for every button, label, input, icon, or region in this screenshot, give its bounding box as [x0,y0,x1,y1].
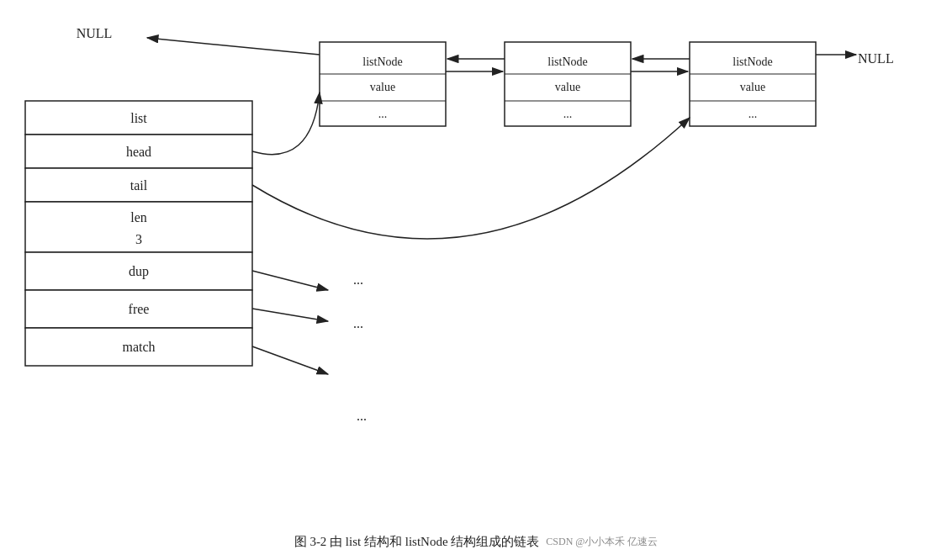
list-field: list [130,111,147,125]
tail-field: tail [130,178,148,193]
len-value: 3 [135,232,142,246]
match-field: match [122,340,155,354]
free-field: free [129,302,150,316]
listnode1-value: value [370,81,395,93]
svg-line-25 [252,309,328,321]
diagram-container: list head tail len 3 dup free match list… [0,0,952,521]
null-left-label: NULL [77,26,113,40]
head-field: head [126,145,151,159]
dup-ellipsis: ... [353,272,363,287]
svg-line-26 [252,346,328,374]
listnode3-label: listNode [733,55,772,68]
listnode1-label: listNode [362,55,402,68]
listnode3-ellipsis: ... [748,108,758,120]
dup-field: dup [129,264,149,279]
svg-line-18 [147,38,320,55]
free-ellipsis: ... [353,316,363,330]
caption-text: 图 3-2 由 list 结构和 listNode 结构组成的链表 [294,534,540,550]
listnode3-value: value [740,81,765,93]
watermark-text: CSDN @小小本禾 亿速云 [546,535,658,549]
svg-line-24 [252,271,328,290]
listnode2-label: listNode [547,55,587,68]
listnode2-value: value [555,81,580,93]
bottom-ellipsis: ... [357,409,367,423]
listnode2-ellipsis: ... [563,108,573,120]
len-field: len [130,210,147,225]
listnode1-ellipsis: ... [378,108,388,120]
caption-area: 图 3-2 由 list 结构和 listNode 结构组成的链表 CSDN @… [0,534,952,550]
diagram-svg: list head tail len 3 dup free match list… [0,0,952,521]
null-right-label: NULL [858,51,894,66]
